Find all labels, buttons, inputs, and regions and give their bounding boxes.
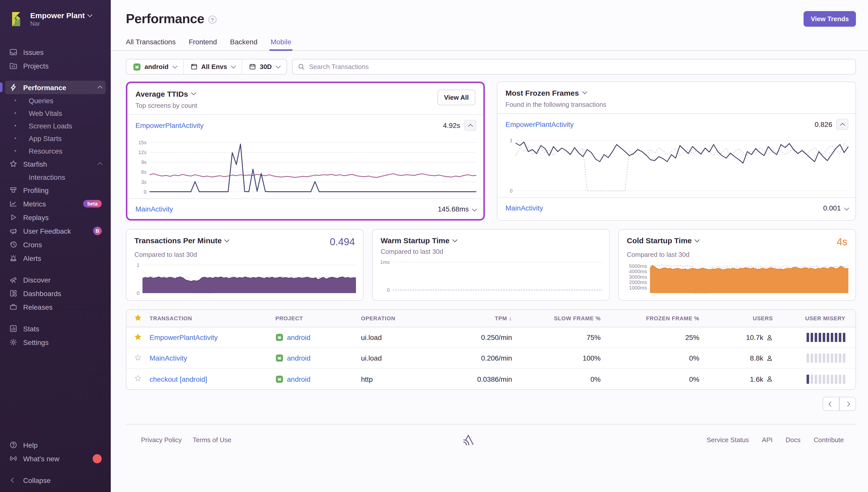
tab-frontend[interactable]: Frontend — [189, 38, 217, 50]
col-slow-frame[interactable]: SLOW FRAME % — [512, 315, 601, 321]
expand-row-button[interactable] — [845, 204, 848, 212]
contribute-link[interactable]: Contribute — [814, 436, 844, 443]
sidebar-item-label: App Starts — [29, 134, 62, 142]
col-tpm-sort[interactable]: TPM ↓ — [452, 315, 512, 322]
project-cell[interactable]: android — [275, 334, 361, 341]
docs-link[interactable]: Docs — [786, 436, 800, 443]
chevron-down-icon — [225, 237, 230, 242]
tpm-title-dropdown[interactable]: Transactions Per Minute — [134, 236, 229, 245]
project-filter[interactable]: android — [126, 59, 183, 74]
org-switcher[interactable]: Empower Plant Nar — [0, 6, 111, 35]
sidebar-item-settings[interactable]: Settings — [5, 336, 106, 349]
sidebar-item-help[interactable]: Help — [5, 438, 106, 452]
sidebar-item-discover[interactable]: Discover — [5, 273, 106, 287]
bullet-icon — [15, 150, 16, 152]
help-circle-icon[interactable]: ? — [208, 16, 216, 24]
transaction-link[interactable]: MainActivity — [506, 204, 543, 212]
sidebar-item-whats-new[interactable]: What's new — [5, 452, 106, 465]
sidebar-item-metrics[interactable]: Metrics beta — [5, 197, 106, 211]
transaction-link[interactable]: MainActivity — [135, 205, 173, 213]
cold-startup-title-dropdown[interactable]: Cold Startup Time — [627, 236, 699, 245]
view-all-button[interactable]: View All — [437, 90, 475, 105]
sidebar-item-queries[interactable]: Queries — [5, 94, 106, 107]
collapse-row-button[interactable] — [464, 120, 476, 131]
sidebar-item-label: Crons — [23, 241, 42, 248]
col-user-misery[interactable]: USER MISERY — [773, 315, 845, 321]
sidebar-item-interactions[interactable]: Interactions — [5, 171, 106, 183]
star-toggle[interactable] — [134, 333, 150, 342]
gear-icon — [9, 338, 18, 346]
frozen-value: 0.001 — [823, 204, 841, 212]
briefcase-icon — [9, 303, 18, 311]
collapse-row-button[interactable] — [836, 119, 848, 130]
tab-backend[interactable]: Backend — [230, 38, 258, 50]
table-row: checkout [android] android http 0.0386/m… — [126, 369, 856, 389]
sidebar-item-profiling[interactable]: Profiling — [5, 183, 106, 197]
service-status-link[interactable]: Service Status — [707, 436, 749, 443]
expand-row-button[interactable] — [473, 205, 476, 213]
sidebar-item-replays[interactable]: Replays — [5, 211, 106, 224]
sidebar-item-issues[interactable]: Issues — [5, 45, 106, 59]
svg-text:15s: 15s — [138, 140, 147, 145]
sidebar-item-dashboards[interactable]: Dashboards — [5, 287, 106, 300]
window-icon — [190, 63, 198, 71]
sidebar-item-resources[interactable]: Resources — [5, 145, 106, 157]
project-cell[interactable]: android — [275, 354, 361, 362]
transaction-link[interactable]: EmpowerPlantActivity — [506, 120, 574, 128]
tab-mobile[interactable]: Mobile — [271, 38, 291, 50]
col-operation[interactable]: OPERATION — [361, 315, 452, 321]
transaction-link[interactable]: checkout [android] — [150, 375, 275, 383]
project-cell[interactable]: android — [275, 375, 361, 383]
sidebar-collapse-button[interactable]: Collapse — [5, 473, 106, 487]
sidebar-item-releases[interactable]: Releases — [5, 300, 106, 314]
next-page-button[interactable] — [839, 397, 856, 411]
environment-filter[interactable]: All Envs — [183, 59, 242, 74]
profiling-icon — [9, 186, 18, 194]
sidebar-item-label: Stats — [23, 324, 39, 333]
sidebar-item-starfish[interactable]: Starfish — [5, 157, 106, 171]
operation-cell: ui.load — [361, 354, 452, 362]
sidebar-item-crons[interactable]: Crons — [5, 238, 106, 251]
star-toggle[interactable] — [134, 354, 150, 362]
privacy-policy-link[interactable]: Privacy Policy — [141, 436, 182, 443]
tab-all-transactions[interactable]: All Transactions — [126, 38, 176, 50]
tpm-cell: 0.250/min — [452, 334, 512, 341]
sidebar-item-screen-loads[interactable]: Screen Loads — [5, 119, 106, 132]
sidebar-item-user-feedback[interactable]: User Feedback B — [5, 224, 106, 238]
col-project[interactable]: PROJECT — [275, 315, 361, 321]
sidebar-item-projects[interactable]: Projects — [5, 59, 106, 73]
col-frozen-frame[interactable]: FROZEN FRAME % — [601, 315, 699, 321]
transaction-link[interactable]: EmpowerPlantActivity — [150, 334, 275, 341]
star-header-icon[interactable] — [134, 314, 150, 322]
chevron-down-icon — [452, 237, 457, 242]
date-range-filter[interactable]: 30D — [242, 59, 286, 74]
sidebar-item-label: Issues — [23, 48, 44, 56]
avg-ttids-title-dropdown[interactable]: Average TTIDs — [135, 90, 197, 98]
col-transaction[interactable]: TRANSACTION — [150, 315, 275, 321]
previous-page-button[interactable] — [823, 397, 839, 411]
sidebar-item-label: Profiling — [23, 186, 49, 194]
chevron-down-icon — [87, 13, 93, 17]
sidebar-item-label: Alerts — [23, 254, 41, 262]
frozen-frames-title-dropdown[interactable]: Most Frozen Frames — [506, 89, 606, 97]
view-trends-button[interactable]: View Trends — [804, 11, 856, 27]
sidebar-item-app-starts[interactable]: App Starts — [5, 132, 106, 145]
transaction-link[interactable]: MainActivity — [150, 354, 275, 362]
sidebar-item-performance[interactable]: Performance — [5, 80, 106, 94]
sidebar-item-alerts[interactable]: Alerts — [5, 251, 106, 265]
api-link[interactable]: API — [762, 436, 773, 443]
bar-chart-icon — [9, 324, 18, 333]
page-content: android All Envs 30D — [111, 51, 868, 492]
users-cell: 8.8k — [699, 354, 773, 362]
terms-of-use-link[interactable]: Terms of Use — [193, 436, 231, 443]
col-users[interactable]: USERS — [699, 315, 773, 321]
warm-startup-title-dropdown[interactable]: Warm Startup Time — [381, 236, 456, 245]
sidebar-item-web-vitals[interactable]: Web Vitals — [5, 107, 106, 119]
search-input[interactable] — [309, 63, 850, 71]
bullet-icon — [15, 112, 16, 114]
star-toggle[interactable] — [134, 375, 150, 383]
sidebar-item-stats[interactable]: Stats — [5, 322, 106, 336]
operation-cell: http — [361, 375, 452, 383]
transaction-link[interactable]: EmpowerPlantActivity — [135, 121, 204, 129]
sidebar-item-label: Discover — [23, 276, 51, 284]
